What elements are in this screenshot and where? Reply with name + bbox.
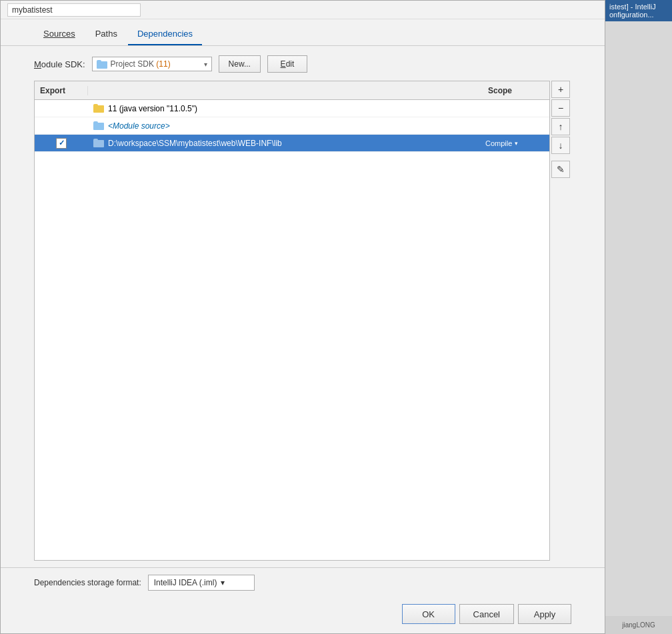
module-name-input[interactable] bbox=[7, 3, 141, 17]
dependencies-table-wrapper: Export Scope 11 (java ve bbox=[34, 81, 571, 561]
col-export-header: Export bbox=[35, 86, 88, 95]
storage-format-label: Dependencies storage format: bbox=[34, 578, 141, 587]
down-icon: ↓ bbox=[559, 140, 563, 151]
apply-button[interactable]: Apply bbox=[518, 604, 571, 624]
scope-value: Compile bbox=[485, 139, 512, 147]
sidebar-bottom: jiangLONG bbox=[605, 616, 672, 634]
row-export-cell[interactable] bbox=[35, 138, 88, 149]
export-checkbox[interactable] bbox=[56, 138, 67, 149]
folder-icon bbox=[93, 139, 104, 147]
move-down-button[interactable]: ↓ bbox=[551, 137, 570, 154]
scope-dropdown-arrow-icon: ▾ bbox=[515, 140, 518, 147]
sidebar-title-text: istest] - IntelliJ bbox=[609, 3, 668, 11]
table-row[interactable]: 11 (java version "11.0.5") bbox=[35, 100, 549, 117]
sdk-select-dropdown[interactable]: Project SDK (11) ▾ bbox=[92, 57, 212, 71]
new-button[interactable]: New... bbox=[219, 55, 261, 73]
content-area: Module SDK: Project SDK (11) ▾ New... bbox=[1, 46, 605, 567]
module-sdk-label: Module SDK: bbox=[34, 59, 85, 69]
row-name-cell: <Module source> bbox=[88, 121, 483, 131]
add-dependency-button[interactable]: + bbox=[551, 81, 570, 98]
sidebar-top: istest] - IntelliJ onfiguration... bbox=[605, 0, 672, 21]
move-up-button[interactable]: ↑ bbox=[551, 118, 570, 135]
storage-dropdown-arrow-icon: ▾ bbox=[221, 578, 225, 587]
row-name-cell: 11 (java version "11.0.5") bbox=[88, 104, 483, 113]
bottom-bar: Dependencies storage format: IntelliJ ID… bbox=[1, 567, 605, 597]
table-body: 11 (java version "11.0.5") <Module s bbox=[35, 100, 549, 560]
cancel-button[interactable]: Cancel bbox=[459, 604, 514, 624]
storage-format-value: IntelliJ IDEA (.iml) bbox=[154, 578, 217, 587]
up-icon: ↑ bbox=[559, 121, 563, 132]
dependency-name: D:\workspace\SSM\mybatistest\web\WEB-INF… bbox=[108, 139, 282, 148]
folder-icon bbox=[97, 60, 107, 69]
sidebar-content bbox=[605, 21, 672, 616]
col-scope-header: Scope bbox=[483, 86, 549, 95]
ok-button[interactable]: OK bbox=[402, 604, 455, 624]
side-controls: + − ↑ ↓ ✎ bbox=[551, 81, 571, 561]
table-row[interactable]: D:\workspace\SSM\mybatistest\web\WEB-INF… bbox=[35, 135, 549, 152]
tab-paths[interactable]: Paths bbox=[86, 23, 127, 45]
dependency-name: 11 (java version "11.0.5") bbox=[108, 104, 197, 113]
edit-dependency-button[interactable]: ✎ bbox=[551, 161, 570, 178]
remove-dependency-button[interactable]: − bbox=[551, 99, 570, 117]
sidebar-bottom-text: jiangLONG bbox=[622, 621, 655, 629]
edit-button[interactable]: Edit bbox=[267, 55, 307, 73]
add-icon: + bbox=[558, 84, 563, 95]
right-sidebar: istest] - IntelliJ onfiguration... jiang… bbox=[605, 0, 672, 634]
module-sdk-row: Module SDK: Project SDK (11) ▾ New... bbox=[34, 55, 571, 73]
footer-buttons: OK Cancel Apply bbox=[1, 597, 605, 633]
tab-dependencies[interactable]: Dependencies bbox=[128, 23, 202, 45]
sdk-name: Project SDK bbox=[111, 59, 154, 69]
folder-icon bbox=[93, 104, 104, 113]
tabs-bar: Sources Paths Dependencies bbox=[1, 19, 605, 46]
edit-icon: ✎ bbox=[557, 164, 565, 175]
dropdown-arrow-icon: ▾ bbox=[204, 61, 207, 68]
row-name-cell: D:\workspace\SSM\mybatistest\web\WEB-INF… bbox=[88, 139, 483, 148]
row-scope-cell[interactable]: Compile ▾ bbox=[483, 139, 549, 147]
sidebar-config-text: onfiguration... bbox=[609, 11, 668, 19]
folder-icon bbox=[93, 121, 104, 130]
storage-format-select[interactable]: IntelliJ IDEA (.iml) ▾ bbox=[148, 575, 255, 591]
dependency-name: <Module source> bbox=[108, 121, 170, 131]
table-header: Export Scope bbox=[35, 81, 549, 100]
sdk-version: (11) bbox=[156, 59, 170, 69]
title-bar bbox=[1, 1, 605, 19]
table-row[interactable]: <Module source> bbox=[35, 117, 549, 135]
remove-icon: − bbox=[558, 103, 563, 113]
dependencies-table: Export Scope 11 (java ve bbox=[34, 81, 550, 561]
tab-sources[interactable]: Sources bbox=[34, 23, 85, 45]
